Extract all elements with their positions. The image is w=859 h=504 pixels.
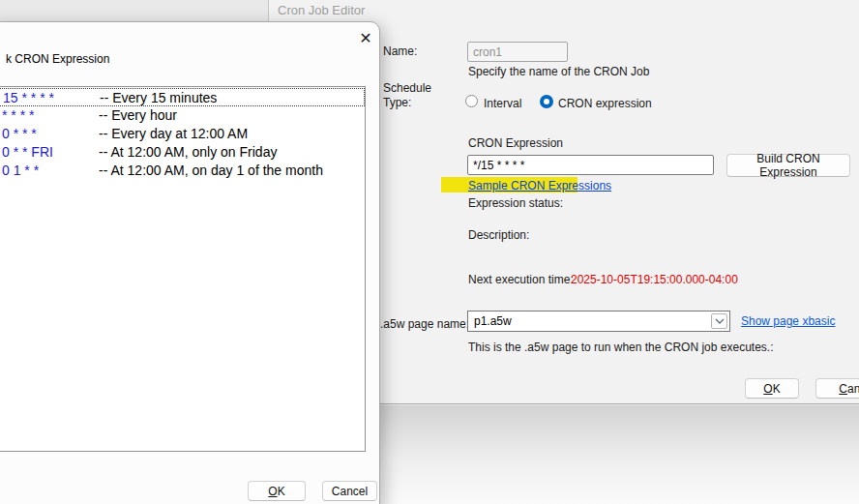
cron-expression-radio-label[interactable]: CRON expression bbox=[558, 97, 652, 110]
cron-expression-text: 0 1 * * bbox=[2, 162, 39, 179]
sample-cron-expressions-link[interactable]: Sample CRON Expressions bbox=[468, 179, 611, 193]
pick-cron-expression-dialog: ✕ k CRON Expression 15 * * * * -- Every … bbox=[0, 21, 380, 504]
window-title: Cron Job Editor bbox=[278, 3, 365, 17]
cron-description-text: -- Every day at 12:00 AM bbox=[99, 125, 248, 142]
page-help-text: This is the .a5w page to run when the CR… bbox=[468, 341, 774, 354]
picker-cancel-button[interactable]: Cancel bbox=[322, 481, 377, 501]
cron-description-text: -- Every 15 minutes bbox=[100, 89, 217, 106]
cron-description-text: -- At 12:00 AM, on day 1 of the month bbox=[99, 162, 323, 179]
chevron-down-icon bbox=[715, 318, 725, 324]
schedule-type-label: Schedule Type: bbox=[383, 81, 439, 110]
next-execution-value: 2025-10-05T19:15:00.000-04:00 bbox=[571, 273, 738, 286]
build-cron-expression-button[interactable]: Build CRON Expression bbox=[726, 154, 850, 177]
name-label: Name: bbox=[383, 44, 417, 58]
cron-expression-text: 0 * * FRI bbox=[2, 143, 53, 161]
description-label: Description: bbox=[468, 228, 529, 242]
expression-status-label: Expression status: bbox=[468, 196, 563, 210]
list-item[interactable]: * * * * -- Every hour bbox=[0, 106, 365, 125]
picker-dialog-title: k CRON Expression bbox=[6, 52, 109, 66]
show-page-xbasic-link[interactable]: Show page xbasic bbox=[741, 314, 835, 328]
close-icon[interactable]: ✕ bbox=[355, 26, 376, 49]
list-item[interactable]: 0 * * FRI -- At 12:00 AM, only on Friday bbox=[0, 143, 365, 162]
list-item[interactable]: 0 * * * -- Every day at 12:00 AM bbox=[0, 125, 365, 143]
page-name-combobox[interactable]: p1.a5w bbox=[467, 311, 730, 332]
combobox-dropdown-button[interactable] bbox=[711, 313, 727, 329]
cron-sample-listbox[interactable]: 15 * * * * -- Every 15 minutes * * * * -… bbox=[0, 86, 366, 452]
cron-expression-radio[interactable] bbox=[540, 95, 553, 108]
cron-description-text: -- At 12:00 AM, only on Friday bbox=[99, 143, 277, 161]
list-item[interactable]: 15 * * * * -- Every 15 minutes bbox=[0, 88, 365, 106]
name-input[interactable] bbox=[467, 42, 568, 62]
name-help-text: Specify the name of the CRON Job bbox=[468, 65, 649, 78]
screen: { "colors": { "accent": "#0067c0", "high… bbox=[0, 0, 859, 504]
interval-radio[interactable] bbox=[465, 95, 478, 107]
cron-expression-text: 15 * * * * bbox=[3, 89, 54, 106]
cron-expression-text: 0 * * * bbox=[2, 125, 37, 142]
editor-cancel-button[interactable]: Cancel bbox=[815, 378, 859, 399]
page-name-value: p1.a5w bbox=[474, 314, 512, 328]
list-item[interactable]: 0 1 * * -- At 12:00 AM, on day 1 of the … bbox=[0, 162, 365, 180]
editor-ok-button[interactable]: OK bbox=[745, 378, 799, 399]
interval-radio-label[interactable]: Interval bbox=[484, 97, 521, 110]
cron-description-text: -- Every hour bbox=[99, 106, 177, 124]
picker-ok-button[interactable]: OK bbox=[248, 481, 306, 501]
cron-expression-text: * * * * bbox=[2, 106, 34, 124]
page-name-label: .a5w page name: bbox=[380, 317, 469, 331]
cron-expression-label: CRON Expression bbox=[468, 136, 563, 150]
cron-expression-input[interactable] bbox=[467, 155, 714, 175]
next-execution-label: Next execution time: bbox=[468, 273, 574, 286]
